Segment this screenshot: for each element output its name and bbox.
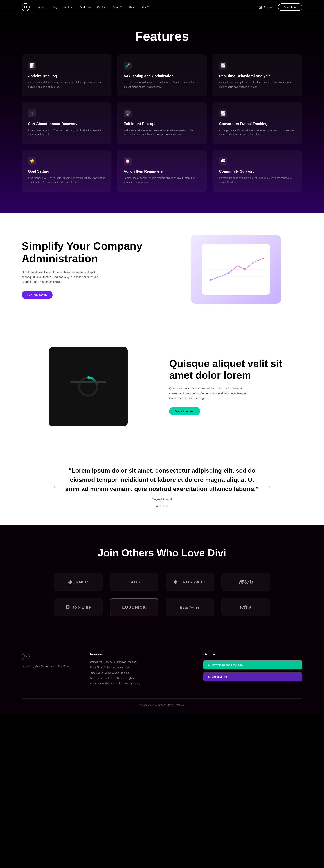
brands-grid: ◈ INNER GABO ◈ CROSSWILL 𝒫itch ⚙ Job Lin… bbox=[54, 573, 270, 616]
footer-download-label: Download The Free App bbox=[212, 663, 243, 666]
nav-about[interactable]: About bbox=[38, 6, 45, 9]
footer-feature-link-3[interactable]: Drive Results with Data-Driven Insights bbox=[90, 677, 189, 680]
footer-logo: D bbox=[22, 653, 30, 660]
footer-buttons: ⬇ Download The Free App ◈ Get Divi Pro bbox=[204, 660, 302, 681]
feature-icon-1: 🧪 bbox=[124, 62, 132, 70]
quisque-left bbox=[22, 347, 155, 426]
cart-count: 0 Items bbox=[263, 6, 272, 9]
footer-features-col: Features Unlock Your Time with Effortles… bbox=[90, 653, 189, 687]
feature-icon-4: 🖥️ bbox=[124, 110, 132, 117]
brand-inner-label: INNER bbox=[74, 580, 88, 584]
brand-crosswill-icon: ◈ bbox=[173, 579, 178, 585]
nav-cart[interactable]: 0 Items bbox=[259, 6, 272, 9]
simplify-left: Simplify Your Company Administration Qui… bbox=[22, 240, 155, 299]
testimonial-quote: “Lorem ipsum dolor sit amet, consectetur… bbox=[63, 466, 261, 494]
feature-card-4: 🖥️ Exit Intent Pop-ups Nisl massa, ultri… bbox=[117, 102, 207, 144]
brand-jobline-label: Job Line bbox=[72, 605, 91, 610]
chart-inner bbox=[202, 244, 270, 294]
chart-svg bbox=[205, 251, 266, 287]
brand-wire-label: wire bbox=[240, 604, 252, 611]
footer-top: D Launching Your Business Into The Futur… bbox=[22, 653, 302, 687]
nav-links: About Blog Feature Features Contact Shop… bbox=[38, 6, 259, 9]
quisque-title: Quisque aliquet velit sit amet dolor lor… bbox=[169, 358, 302, 381]
brand-loudnick-label: LOUDNICK bbox=[122, 605, 146, 610]
nav-shop[interactable]: Shop bbox=[113, 6, 122, 9]
nav-theme-builder[interactable]: Theme Builder bbox=[129, 6, 149, 9]
brand-inner-icon: ◈ bbox=[68, 579, 73, 585]
footer-features-list: Unlock Your Time with Effortless Efficie… bbox=[90, 660, 189, 685]
testimonial-dots bbox=[63, 505, 261, 507]
nav-features[interactable]: Features bbox=[79, 6, 91, 9]
testimonial-dot-2[interactable] bbox=[159, 505, 161, 507]
footer-feature-link-2[interactable]: Take Control of Tasks and Projects bbox=[90, 671, 189, 674]
simplify-title: Simplify Your Company Administration bbox=[22, 240, 155, 265]
testimonial-dot-3[interactable] bbox=[163, 505, 165, 507]
footer-feature-link-0[interactable]: Unlock Your Time with Effortless Efficie… bbox=[90, 660, 189, 663]
join-section: Join Others Who Love Divi ◈ INNER GABO ◈… bbox=[0, 525, 324, 638]
feature-icon-3: 🛒 bbox=[28, 110, 36, 117]
hero-title: Features bbox=[22, 29, 302, 43]
features-grid: 📊 Activity Tracking Lorem ipsum dolor si… bbox=[22, 55, 302, 192]
navigation: D About Blog Feature Features Contact Sh… bbox=[0, 0, 324, 14]
footer-feature-link-1[interactable]: Boost Team Collaboration Instantly bbox=[90, 666, 189, 669]
feature-desc-0: Lorem ipsum dolor sit amet, consectetur … bbox=[28, 81, 105, 89]
testimonial-prev-arrow[interactable]: ‹ bbox=[54, 483, 56, 490]
testimonial-dot-4[interactable] bbox=[166, 505, 168, 507]
quisque-section: Quisque aliquet velit sit amet dolor lor… bbox=[0, 325, 324, 448]
feature-title-2: Real-time Behavioral Analysis bbox=[219, 74, 296, 78]
footer-download-app-button[interactable]: ⬇ Download The Free App bbox=[204, 660, 302, 670]
brand-loudnick: LOUDNICK bbox=[110, 598, 158, 616]
app-preview bbox=[48, 347, 128, 426]
hero-section: Features 📊 Activity Tracking Lorem ipsum… bbox=[0, 14, 324, 214]
nav-contact[interactable]: Contact bbox=[97, 6, 106, 9]
nav-logo[interactable]: D bbox=[22, 3, 30, 11]
feature-icon-5: 📈 bbox=[219, 110, 227, 117]
simplify-section: Simplify Your Company Administration Qui… bbox=[0, 214, 324, 325]
feature-desc-5: Ac feugiat ante. Donec ultrices lobortis… bbox=[219, 128, 296, 137]
feature-desc-1: Quisque laoreet velit sit amet sem inter… bbox=[124, 81, 201, 89]
footer-get-divi-col: Get Divi ⬇ Download The Free App ◈ Get D… bbox=[204, 653, 302, 687]
divi-pro-icon: ◈ bbox=[208, 675, 210, 679]
logo-letter: D bbox=[24, 5, 27, 9]
feature-title-4: Exit Intent Pop-ups bbox=[124, 122, 201, 126]
feature-desc-3: In non pulvinar purus. Curabitur nisi od… bbox=[28, 128, 105, 137]
nav-download-button[interactable]: Download bbox=[278, 3, 302, 11]
simplify-right bbox=[169, 235, 302, 304]
feature-card-8: 💬 Community Support Fermentum nulla non … bbox=[213, 150, 302, 192]
feature-card-1: 🧪 A/B Testing and Optimization Quisque l… bbox=[117, 55, 207, 96]
footer-get-divi-title: Get Divi bbox=[204, 653, 302, 656]
brand-realwave: Real Wave bbox=[166, 598, 214, 616]
simplify-description: Quis blandit erat. Donec laoreet libero … bbox=[22, 270, 108, 284]
testimonial-dot-1[interactable] bbox=[156, 505, 158, 507]
feature-title-3: Cart Abandonment Recovery bbox=[28, 122, 105, 126]
testimonial-author: Sayeed Ahmad bbox=[63, 498, 261, 501]
footer-divi-pro-label: Get Divi Pro bbox=[212, 675, 227, 678]
testimonial-next-arrow[interactable]: › bbox=[268, 483, 270, 490]
simplify-cta-button[interactable]: See It In Action bbox=[22, 291, 52, 299]
chart-illustration bbox=[191, 235, 281, 304]
testimonial-section: ‹ “Lorem ipsum dolor sit amet, consectet… bbox=[0, 448, 324, 525]
feature-desc-2: Luctus lectus non quisque turpis bibendu… bbox=[219, 81, 296, 89]
brand-crosswill-label: CROSSWILL bbox=[179, 580, 207, 584]
brand-itch-label: 𝒫itch bbox=[238, 579, 253, 585]
feature-title-8: Community Support bbox=[219, 169, 296, 174]
feature-title-5: Conversion Funnel Tracking bbox=[219, 122, 296, 126]
footer-feature-link-4[interactable]: Automate Workflows for Ultimate Producti… bbox=[90, 682, 189, 685]
brand-realwave-label: Real Wave bbox=[180, 605, 200, 610]
quisque-right: Quisque aliquet velit sit amet dolor lor… bbox=[169, 358, 302, 415]
quisque-description: Quis blandit erat. Donec laoreet libero … bbox=[169, 386, 256, 401]
svg-point-6 bbox=[210, 279, 212, 281]
download-icon: ⬇ bbox=[208, 663, 210, 666]
feature-icon-7: ⏰ bbox=[124, 157, 132, 165]
svg-point-7 bbox=[228, 272, 229, 274]
feature-title-7: Action Item Reminders bbox=[124, 169, 201, 174]
footer-copyright: Copyright © 2023 Divi. All Rights Reserv… bbox=[140, 704, 185, 706]
footer-brand: D Launching Your Business Into The Futur… bbox=[22, 653, 76, 687]
testimonial-content: “Lorem ipsum dolor sit amet, consectetur… bbox=[63, 466, 261, 507]
nav-blog[interactable]: Blog bbox=[52, 6, 57, 9]
quisque-cta-button[interactable]: See It In Action bbox=[169, 407, 200, 415]
brand-wire: wire bbox=[221, 598, 270, 616]
footer-divi-pro-button[interactable]: ◈ Get Divi Pro bbox=[204, 672, 302, 681]
nav-feature[interactable]: Feature bbox=[64, 6, 73, 9]
footer-tagline: Launching Your Business Into The Future bbox=[22, 664, 76, 669]
